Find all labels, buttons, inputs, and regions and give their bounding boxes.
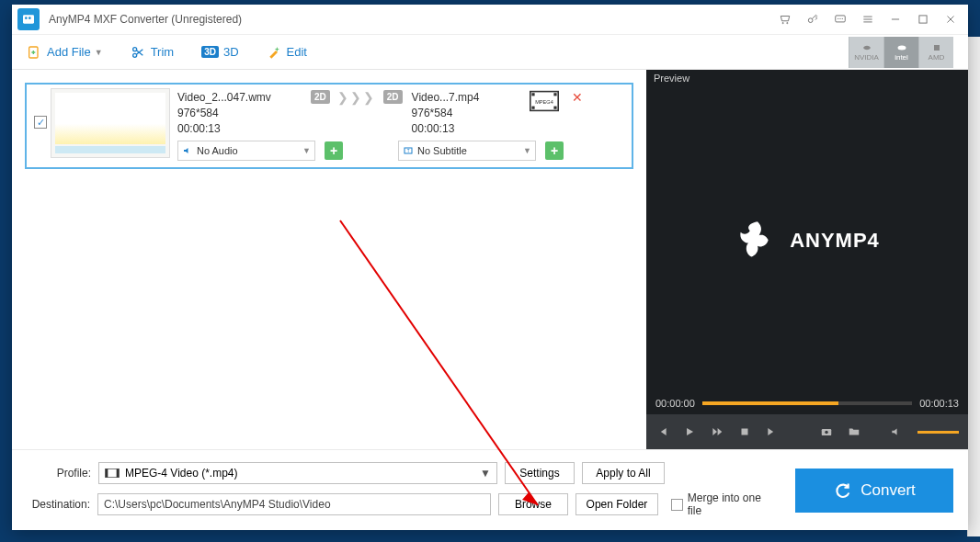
outer-scrollbar[interactable]	[967, 37, 980, 536]
minimize-icon[interactable]	[883, 7, 907, 31]
3d-label: 3D	[223, 45, 239, 59]
target-2d-badge[interactable]: 2D	[383, 90, 403, 104]
item-thumbnail[interactable]	[51, 88, 170, 158]
convert-button[interactable]: Convert	[795, 469, 953, 513]
preview-body[interactable]: ANYMP4	[646, 88, 968, 392]
add-file-icon	[27, 45, 41, 60]
close-icon[interactable]	[939, 7, 963, 31]
file-item[interactable]: ✓ Video_2...047.wmv 976*584 00:00:13 2D …	[25, 83, 633, 169]
item-check-area: ✓	[30, 88, 51, 164]
volume-slider[interactable]	[917, 431, 959, 434]
gpu-intel[interactable]: intel	[883, 37, 918, 68]
add-subtitle-button[interactable]: +	[545, 141, 564, 160]
audio-icon	[182, 145, 193, 156]
target-res: 976*584	[412, 106, 513, 121]
svg-text:T: T	[407, 149, 410, 153]
edit-button[interactable]: Edit	[267, 45, 307, 60]
source-name: Video_2...047.wmv	[177, 90, 311, 106]
bottom-panel: Profile: MPEG-4 Video (*.mp4) ▼ Settings…	[12, 449, 968, 530]
preview-controls	[646, 414, 968, 449]
stop-button[interactable]	[738, 425, 751, 438]
volume-button[interactable]	[890, 425, 903, 438]
gpu-badges: NVIDIA intel AMD	[849, 37, 953, 68]
profile-label: Profile:	[27, 467, 98, 480]
snapshot-button[interactable]	[820, 425, 833, 438]
dest-label: Destination:	[27, 498, 97, 511]
preview-panel: Preview ANYMP4 00:00:00 00:00:13	[646, 70, 968, 449]
content-area: ✓ Video_2...047.wmv 976*584 00:00:13 2D …	[12, 70, 968, 449]
3d-button[interactable]: 3D 3D	[201, 45, 238, 59]
svg-rect-5	[919, 16, 927, 23]
film-icon	[105, 468, 120, 479]
svg-point-3	[808, 18, 813, 23]
next-button[interactable]	[766, 425, 779, 438]
svg-text:MPEG4: MPEG4	[535, 99, 553, 105]
play-button[interactable]	[683, 425, 696, 438]
3d-badge-icon: 3D	[201, 46, 219, 58]
merge-checkbox[interactable]	[671, 499, 683, 511]
message-icon[interactable]	[828, 7, 852, 31]
trim-label: Trim	[151, 45, 175, 59]
cart-icon[interactable]	[773, 7, 797, 31]
titlebar: AnyMP4 MXF Converter (Unregistered)	[12, 5, 968, 35]
app-icon	[17, 8, 40, 30]
audio-select[interactable]: No Audio ▼	[177, 141, 315, 161]
key-icon[interactable]	[801, 7, 825, 31]
delete-icon[interactable]: ✕	[572, 90, 583, 105]
add-audio-button[interactable]: +	[325, 141, 343, 160]
options: Profile: MPEG-4 Video (*.mp4) ▼ Settings…	[27, 461, 777, 519]
maximize-icon[interactable]	[911, 7, 935, 31]
target-info: Video...7.mp4 976*584 00:00:13	[412, 90, 513, 136]
seek-track[interactable]	[702, 401, 912, 405]
svg-point-1	[25, 17, 28, 19]
gpu-nvidia[interactable]: NVIDIA	[849, 37, 883, 68]
gpu-amd[interactable]: AMD	[918, 37, 953, 68]
open-folder-button[interactable]: Open Folder	[575, 493, 658, 515]
apply-all-button[interactable]: Apply to All	[582, 462, 665, 484]
arrow-icon: ❯❯❯	[337, 90, 376, 105]
audio-label: No Audio	[197, 145, 238, 156]
prev-button[interactable]	[655, 425, 668, 438]
subtitle-label: No Subtitle	[417, 145, 467, 156]
svg-point-2	[28, 17, 31, 19]
brand-logo: ANYMP4	[735, 218, 880, 264]
svg-point-7	[132, 47, 136, 51]
folder-button[interactable]	[848, 425, 860, 438]
add-file-button[interactable]: Add File ▼	[27, 45, 103, 60]
source-2d-badge: 2D	[311, 90, 330, 104]
menu-icon[interactable]	[856, 7, 880, 31]
subtitle-select[interactable]: T No Subtitle ▼	[398, 141, 536, 161]
svg-point-21	[826, 431, 829, 435]
svg-rect-14	[531, 107, 534, 109]
item-checkbox[interactable]: ✓	[34, 116, 47, 129]
target-dur: 00:00:13	[412, 121, 513, 137]
subtitle-icon: T	[403, 145, 414, 156]
trim-button[interactable]: Trim	[131, 45, 175, 60]
chevron-down-icon: ▼	[480, 467, 491, 480]
scissors-icon	[131, 45, 145, 60]
toolbar: Add File ▼ Trim 3D 3D Edit NVIDIA intel …	[12, 35, 968, 70]
settings-button[interactable]: Settings	[505, 462, 575, 484]
svg-rect-23	[106, 469, 108, 477]
file-list: ✓ Video_2...047.wmv 976*584 00:00:13 2D …	[12, 70, 646, 449]
edit-label: Edit	[287, 45, 307, 59]
browse-button[interactable]: Browse	[498, 493, 568, 515]
svg-point-9	[897, 46, 906, 51]
target-name: Video...7.mp4	[412, 90, 513, 106]
merge-option[interactable]: Merge into one file	[671, 491, 777, 517]
dest-input[interactable]: C:\Users\pc\Documents\AnyMP4 Studio\Vide…	[97, 493, 491, 515]
profile-select[interactable]: MPEG-4 Video (*.mp4) ▼	[98, 462, 497, 484]
preview-header: Preview	[646, 70, 968, 88]
source-dur: 00:00:13	[177, 121, 311, 137]
refresh-icon	[833, 481, 851, 500]
svg-rect-0	[23, 15, 34, 23]
time-bar: 00:00:00 00:00:13	[646, 392, 968, 414]
mpeg4-icon[interactable]: MPEG4	[530, 90, 559, 112]
item-info: Video_2...047.wmv 976*584 00:00:13 2D ❯❯…	[170, 88, 628, 164]
svg-rect-19	[742, 429, 748, 435]
convert-label: Convert	[860, 481, 916, 500]
source-info: Video_2...047.wmv 976*584 00:00:13	[177, 90, 311, 136]
fwd-button[interactable]	[711, 425, 724, 438]
brand-text: ANYMP4	[790, 229, 880, 253]
svg-rect-13	[553, 93, 556, 96]
